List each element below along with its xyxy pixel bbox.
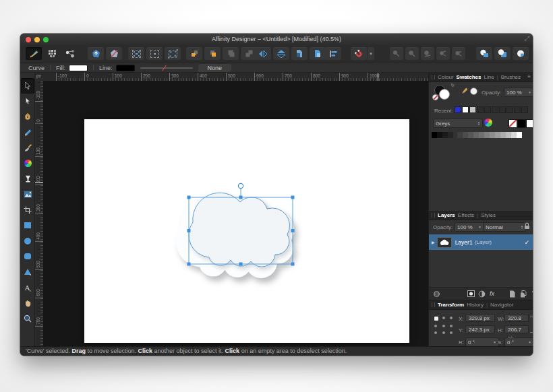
cycle-selection-box-button[interactable] <box>146 47 163 60</box>
node-tool[interactable] <box>21 94 34 109</box>
swatch[interactable] <box>484 132 490 138</box>
panel-grip-icon[interactable] <box>432 302 435 307</box>
reverse-curves-button[interactable] <box>452 47 465 60</box>
snapping-button[interactable] <box>351 47 367 60</box>
move-tool[interactable] <box>21 78 34 94</box>
mask-layer-icon[interactable] <box>467 290 475 297</box>
swatch[interactable] <box>442 132 448 138</box>
adjustment-layer-icon[interactable] <box>478 290 486 298</box>
palette-select[interactable]: Greys ▲▼ <box>433 119 483 128</box>
layer-expand-arrow[interactable]: ▶ <box>432 240 435 244</box>
layers-opacity-select[interactable]: 100 %▼ <box>455 222 484 232</box>
swatch[interactable] <box>492 106 498 113</box>
delete-layer-icon[interactable] <box>532 290 533 298</box>
h-field[interactable]: 206.7 px <box>504 325 529 333</box>
rotation-handle[interactable] <box>238 183 243 188</box>
show-selection-box-button[interactable] <box>128 47 144 60</box>
blend-mode-select[interactable]: Normal ▲▼ <box>483 222 526 232</box>
tab-swatches[interactable]: Swatches <box>457 74 482 80</box>
swatch[interactable] <box>479 132 484 138</box>
swatch[interactable] <box>506 132 511 138</box>
swatch[interactable] <box>469 106 476 113</box>
tab-effects[interactable]: Effects <box>458 212 474 218</box>
panel-grip-icon[interactable] <box>432 75 435 79</box>
place-image-tool[interactable] <box>21 187 34 202</box>
swatch[interactable] <box>432 132 437 138</box>
vector-crop-tool[interactable] <box>21 202 34 218</box>
convert-to-curves-button[interactable] <box>390 47 403 60</box>
fill-color-chip[interactable] <box>69 65 88 71</box>
move-backward-button[interactable] <box>223 47 239 60</box>
swap-fill-stroke-icon[interactable]: ↻ <box>450 83 455 88</box>
pen-tool[interactable] <box>21 109 34 125</box>
swatch[interactable] <box>457 132 463 138</box>
fx-icon[interactable]: fx <box>490 290 494 297</box>
panel-grip-icon[interactable] <box>432 213 435 218</box>
swatch[interactable] <box>484 106 491 113</box>
tab-layers[interactable]: Layers <box>438 212 455 218</box>
pixel-persona-button[interactable] <box>44 47 60 60</box>
w-field[interactable]: 320.8 px <box>504 314 529 322</box>
swatch[interactable] <box>500 132 506 138</box>
swatch[interactable] <box>437 132 442 138</box>
x-field[interactable]: 329.8 px <box>465 314 495 322</box>
insert-behind-button[interactable] <box>106 47 122 60</box>
link-layer-icon[interactable] <box>433 290 440 298</box>
tab-brushes[interactable]: Brushes <box>501 74 521 80</box>
rotate-selection-box-button[interactable] <box>165 47 181 60</box>
no-colour-swatch[interactable] <box>508 119 517 128</box>
rotate-right-button[interactable] <box>310 47 326 60</box>
swatch[interactable] <box>477 106 484 113</box>
swatch[interactable] <box>455 106 461 113</box>
fill-colour-circle[interactable] <box>439 89 450 100</box>
tab-navigator[interactable]: Navigator <box>490 302 513 308</box>
swatch[interactable] <box>473 132 479 138</box>
picked-colour-chip[interactable] <box>470 88 477 95</box>
rotate-left-button[interactable] <box>291 47 308 60</box>
tab-styles[interactable]: Styles <box>481 212 496 218</box>
tab-transform[interactable]: Transform <box>438 302 464 308</box>
tab-history[interactable]: History <box>467 302 484 308</box>
swatch[interactable] <box>514 106 521 113</box>
line-color-chip[interactable] <box>116 65 135 71</box>
new-layer-icon[interactable] <box>509 290 515 298</box>
y-field[interactable]: 242.3 px <box>465 325 495 333</box>
rounded-rectangle-tool[interactable] <box>21 249 34 264</box>
flip-horizontal-button[interactable] <box>255 47 271 60</box>
pencil-tool[interactable] <box>21 125 34 140</box>
lock-icon[interactable] <box>524 222 530 230</box>
greys-ramp-swatches[interactable] <box>457 132 522 138</box>
white-swatch[interactable] <box>526 119 533 128</box>
swatch[interactable] <box>499 106 506 113</box>
smooth-curve-button[interactable] <box>421 47 434 60</box>
anchor-point-selector[interactable] <box>434 317 453 334</box>
boolean-add-button[interactable] <box>476 47 492 60</box>
flip-vertical-button[interactable] <box>273 47 289 60</box>
join-curves-button[interactable] <box>436 47 450 60</box>
boolean-subtract-button[interactable] <box>494 47 511 60</box>
panel-menu-icon[interactable]: ≡ <box>527 73 531 79</box>
opacity-select[interactable]: 100 %▼ <box>504 88 533 97</box>
snapping-dropdown-arrow[interactable]: ▼ <box>368 47 374 60</box>
duplicate-layer-icon[interactable] <box>520 290 527 298</box>
swatch[interactable] <box>462 106 469 113</box>
stroke-style-button[interactable]: None <box>198 64 232 72</box>
alignment-button[interactable] <box>325 47 341 60</box>
zoom-tool[interactable] <box>21 311 34 326</box>
fill-stroke-indicator[interactable]: ↻ <box>434 85 452 102</box>
swatch[interactable] <box>463 132 468 138</box>
ellipse-tool[interactable] <box>21 233 34 249</box>
recent-swatches[interactable] <box>455 106 529 113</box>
layer-row[interactable]: ▶ Layer1 (Layer) ✓ <box>429 234 533 250</box>
swatch[interactable] <box>517 132 522 138</box>
export-persona-button[interactable] <box>62 47 78 60</box>
transparency-tool[interactable] <box>21 171 34 187</box>
stroke-width-slider[interactable] <box>140 67 193 69</box>
swatch[interactable] <box>521 106 528 113</box>
link-wh-icon[interactable] <box>530 317 533 333</box>
fill-tool[interactable] <box>21 156 34 171</box>
swatch[interactable] <box>448 132 453 138</box>
expand-toolbar-icon[interactable]: ⤢ <box>525 35 529 42</box>
rectangle-tool[interactable] <box>21 218 34 233</box>
vector-brush-tool[interactable] <box>21 140 34 156</box>
